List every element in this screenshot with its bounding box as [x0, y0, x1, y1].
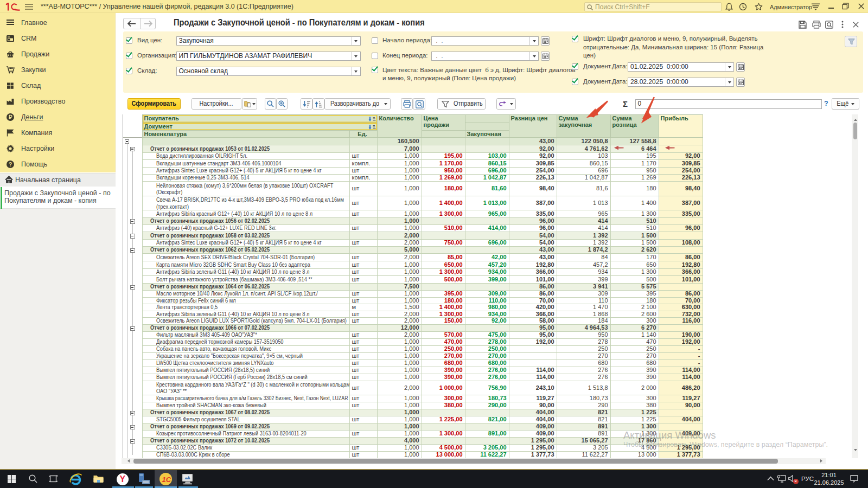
svg-text:?: ? [9, 162, 12, 168]
